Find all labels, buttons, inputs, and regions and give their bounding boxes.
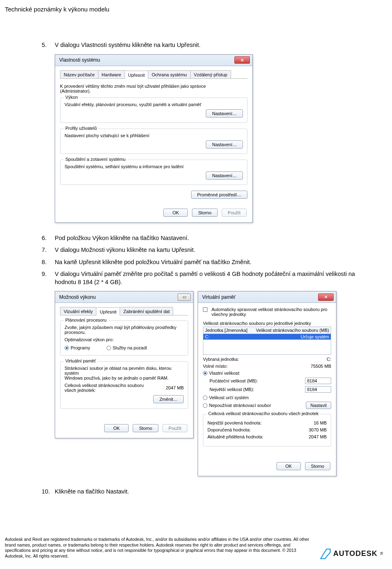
vmem-desc: Stránkovací soubor je oblast na pevném d…	[65, 366, 184, 380]
dialog-title: Virtuální paměť	[202, 294, 236, 300]
cancel-button[interactable]: Storno	[305, 462, 330, 470]
drive-row[interactable]: C: Určuje systém	[203, 334, 331, 340]
group-performance-title: Výkon	[64, 95, 80, 100]
tab-remote[interactable]: Vzdálený přístup	[190, 70, 231, 78]
page-header: Technické poznámky k výkonu modelu	[5, 6, 387, 13]
step-6: 6.Pod položkou Výkon klikněte na tlačítk…	[42, 234, 363, 242]
min-label: Nejnižší povolená hodnota:	[207, 420, 262, 425]
close-button[interactable]: ✕	[234, 56, 250, 64]
startup-settings-button[interactable]: Nastavení…	[206, 171, 243, 180]
totals-title: Celková velikost stránkovacího souboru v…	[207, 411, 320, 416]
group-scheduling-title: Plánování procesoru	[64, 318, 108, 322]
step-10: 10.Klikněte na tlačítko Nastavit.	[42, 488, 363, 496]
legal-text: Autodesk and Revit are registered tradem…	[5, 537, 313, 559]
steps-list-c: 10.Klikněte na tlačítko Nastavit.	[42, 488, 363, 496]
admin-note: K provedení většiny těchto změn musí být…	[60, 84, 247, 93]
initial-size-input[interactable]	[305, 378, 331, 384]
group-performance-desc: Vizuální efekty, plánování procesoru, vy…	[65, 102, 243, 107]
autodesk-wordmark: AUTODESK	[333, 549, 378, 558]
rec-value: 3070 MB	[309, 427, 327, 432]
radio-programs[interactable]: Programy	[65, 345, 90, 350]
radio-system-size[interactable]: Velikost určí systém	[203, 395, 249, 400]
ok-button[interactable]: OK	[163, 209, 188, 217]
selected-drive-label: Vybraná jednotka:	[203, 357, 239, 362]
max-size-label: Největší velikost (MB):	[209, 387, 254, 392]
cancel-button[interactable]: Storno	[192, 209, 217, 217]
col-drive: Jednotka [Jmenovka]	[205, 328, 247, 333]
tab-visual-effects[interactable]: Vizuální efekty	[60, 307, 96, 315]
drive-list-head: Velikost stránkovacího souboru pro jedno…	[203, 321, 331, 326]
apply-button[interactable]: Použít	[163, 424, 187, 432]
cancel-button[interactable]: Storno	[133, 424, 158, 432]
change-button[interactable]: Změnit…	[153, 395, 184, 403]
group-startup-desc: Spouštění systému, selhání systému a inf…	[65, 164, 243, 169]
max-size-input[interactable]	[305, 386, 331, 393]
group-startup-title: Spouštění a zotavení systému	[64, 157, 127, 162]
cur-value: 2047 MB	[309, 434, 327, 439]
total-label: Celková velikost stránkovacího souboru v…	[65, 383, 144, 393]
free-space-value: 75505 MB	[311, 364, 331, 369]
initial-size-label: Počáteční velikost (MB):	[209, 378, 258, 383]
radio-no-pagefile[interactable]: Nepoužívat stránkovací soubor	[203, 403, 271, 408]
dialog-title: Možnosti výkonu	[59, 294, 96, 300]
close-button[interactable]: ✕	[318, 293, 334, 301]
dialog-title: Vlastnosti systému	[59, 57, 100, 63]
profiles-settings-button[interactable]: Nastavení…	[206, 140, 243, 149]
tab-computer-name[interactable]: Název počítače	[60, 70, 98, 78]
min-value: 16 MB	[314, 420, 327, 425]
steps-list-b: 6.Pod položkou Výkon klikněte na tlačítk…	[42, 234, 363, 287]
autodesk-icon	[320, 549, 331, 559]
step-8: 8.Na kartě Upřesnit klikněte pod položko…	[42, 258, 363, 267]
tabbar: Název počítače Hardware Upřesnit Ochrana…	[60, 70, 247, 79]
total-value: 2047 MB	[166, 385, 184, 390]
selected-drive-value: C:	[327, 357, 331, 362]
set-button[interactable]: Nastavit	[306, 402, 331, 409]
apply-button[interactable]: Použít	[222, 209, 247, 217]
optimize-label: Optimalizovat výkon pro:	[65, 337, 184, 342]
scheduling-desc: Zvolte, jakým způsobem mají být přidělov…	[65, 325, 184, 335]
group-profiles-desc: Nastavení plochy vztahující se k přihláš…	[65, 133, 243, 138]
radio-custom-size[interactable]: Vlastní velikost:	[203, 371, 240, 376]
tabbar: Vizuální efekty Upřesnit Zabránění spušt…	[60, 307, 188, 316]
dialog-performance-options: Možnosti výkonu ▭ Vizuální efekty Upřesn…	[55, 291, 194, 438]
autodesk-logo: AUTODESK ®	[320, 549, 383, 559]
performance-settings-button[interactable]: Nastavení…	[206, 109, 243, 118]
env-vars-button[interactable]: Proměnné prostředí…	[191, 191, 247, 199]
auto-manage-checkbox[interactable]: Automaticky spravovat velikost stránkova…	[203, 307, 331, 317]
close-button[interactable]: ▭	[178, 293, 191, 301]
radio-services[interactable]: Služby na pozadí	[107, 345, 147, 350]
ok-button[interactable]: OK	[276, 462, 301, 470]
tab-advanced[interactable]: Upřesnit	[125, 71, 149, 79]
dialog-system-properties: Vlastnosti systému ✕ Název počítače Hard…	[55, 54, 253, 223]
free-space-label: Volné místo:	[203, 364, 228, 369]
ok-button[interactable]: OK	[104, 424, 129, 432]
step-9: 9.V dialogu Virtuální paměť změňte pro p…	[42, 270, 363, 286]
rec-label: Doporučená hodnota:	[207, 427, 251, 432]
dialog-virtual-memory: Virtuální paměť ✕ Automaticky spravovat …	[198, 291, 336, 476]
group-profiles-title: Profily uživatelů	[64, 126, 98, 131]
tab-system-protection[interactable]: Ochrana systému	[148, 70, 190, 78]
tab-dep[interactable]: Zabránění spuštění dat	[120, 307, 173, 315]
group-vmem-title: Virtuální paměť	[64, 358, 98, 363]
cur-label: Aktuálně přidělená hodnota:	[207, 434, 263, 439]
col-size: Velikost stránkovacího souboru (MB)	[256, 328, 329, 333]
step-7: 7.V dialogu Možnosti výkonu klikněte na …	[42, 246, 363, 254]
tab-hardware[interactable]: Hardware	[98, 70, 125, 78]
step-5: 5.V dialogu Vlastnosti systému klikněte …	[42, 41, 363, 49]
tab-advanced[interactable]: Upřesnit	[96, 307, 120, 316]
steps-list-a: 5.V dialogu Vlastnosti systému klikněte …	[42, 41, 363, 49]
